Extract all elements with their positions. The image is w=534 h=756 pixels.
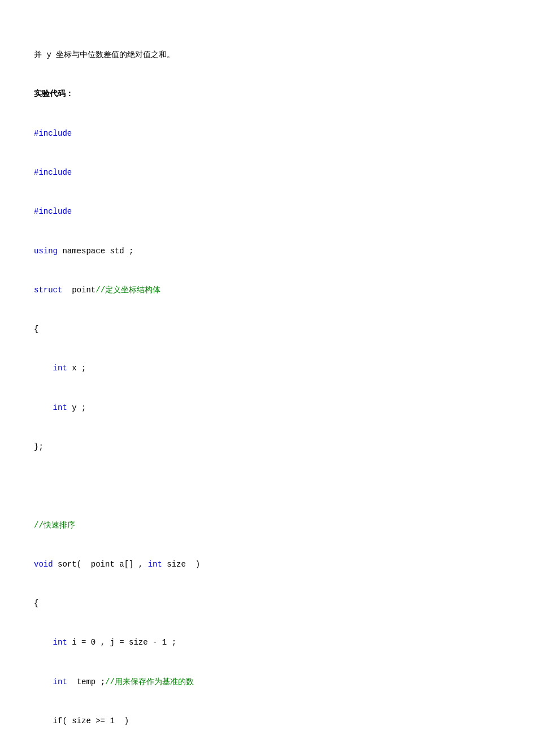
line-1: 并 y 坐标与中位数差值的绝对值之和。 bbox=[34, 49, 500, 62]
line-13: //快速排序 bbox=[34, 519, 500, 532]
line-7: struct point//定义坐标结构体 bbox=[34, 284, 500, 297]
line-19: { bbox=[34, 754, 500, 756]
line-6: using namespace std ; bbox=[34, 245, 500, 258]
line-14: void sort( point a[] , int size ) bbox=[34, 558, 500, 571]
code-viewer: 并 y 坐标与中位数差值的绝对值之和。 实验代码： #include #incl… bbox=[34, 23, 500, 756]
line-17: int temp ;//用来保存作为基准的数 bbox=[34, 676, 500, 689]
code-content: 并 y 坐标与中位数差值的绝对值之和。 实验代码： #include #incl… bbox=[34, 23, 500, 756]
line-3: #include bbox=[34, 127, 500, 140]
line-9: int x ; bbox=[34, 362, 500, 375]
line-18: if( size >= 1 ) bbox=[34, 715, 500, 728]
line-10: int y ; bbox=[34, 401, 500, 414]
line-12 bbox=[34, 479, 500, 493]
line-2: 实验代码： bbox=[34, 88, 500, 101]
line-5: #include bbox=[34, 205, 500, 218]
line-16: int i = 0 , j = size - 1 ; bbox=[34, 636, 500, 649]
line-8: { bbox=[34, 323, 500, 336]
line-11: }; bbox=[34, 440, 500, 453]
line-4: #include bbox=[34, 166, 500, 179]
line-15: { bbox=[34, 597, 500, 610]
